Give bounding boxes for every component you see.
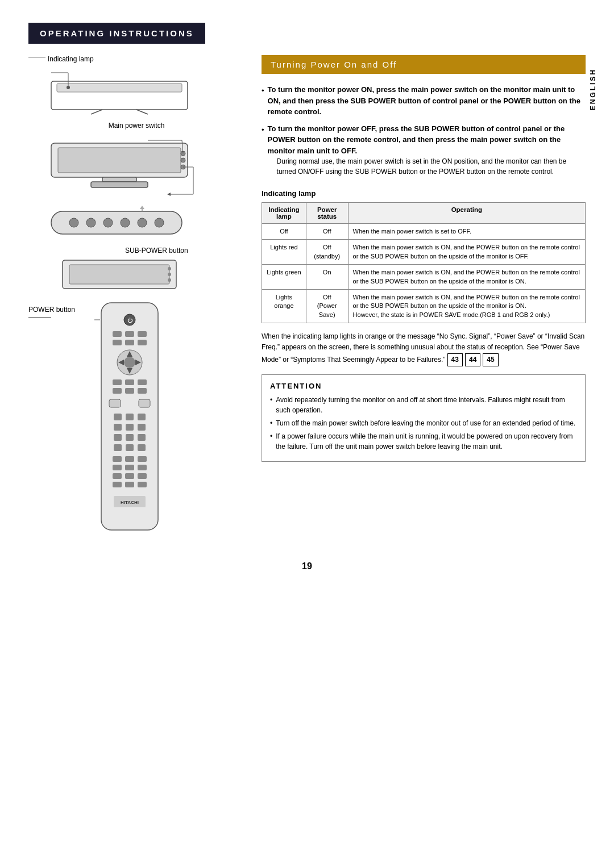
svg-rect-39 — [138, 331, 147, 337]
svg-point-10 — [181, 158, 185, 162]
svg-rect-41 — [125, 340, 134, 345]
bullet-symbol-1: • — [262, 85, 264, 118]
svg-rect-55 — [109, 399, 121, 407]
svg-rect-67 — [126, 444, 134, 451]
page-info-content: When the indicating lamp lights in orang… — [262, 332, 584, 363]
svg-rect-62 — [138, 424, 146, 431]
svg-rect-69 — [113, 456, 122, 462]
page-badge-43: 43 — [447, 353, 463, 366]
svg-rect-37 — [113, 331, 122, 337]
table-row-green: Lights green On When the main power swit… — [262, 265, 586, 290]
remote-diagram-section: POWER button ⏻ — [28, 300, 244, 539]
lamp-green: Lights green — [262, 265, 306, 290]
svg-rect-79 — [125, 482, 134, 487]
bullet-symbol-2: • — [262, 124, 264, 182]
table-header-power: Powerstatus — [306, 203, 348, 224]
svg-rect-64 — [126, 434, 134, 441]
svg-point-33 — [168, 278, 171, 282]
svg-rect-70 — [125, 456, 134, 462]
svg-rect-50 — [125, 379, 134, 385]
svg-rect-72 — [113, 465, 122, 470]
attention-item-2: • Turn off the main power switch before … — [270, 418, 577, 428]
svg-rect-75 — [113, 473, 122, 479]
svg-rect-73 — [125, 465, 134, 470]
svg-marker-28 — [140, 206, 144, 209]
main-power-switch-label: Main power switch — [109, 122, 165, 130]
svg-marker-17 — [167, 193, 171, 196]
svg-rect-68 — [138, 444, 146, 451]
svg-line-2 — [91, 110, 102, 114]
svg-rect-8 — [58, 148, 181, 173]
svg-point-21 — [69, 218, 78, 227]
lamp-orange: Lights orange — [262, 289, 306, 323]
svg-rect-12 — [102, 177, 136, 182]
page-badges: 43 44 45 — [447, 353, 499, 366]
svg-rect-42 — [138, 340, 147, 345]
power-button-diagram-label: POWER button — [28, 306, 75, 314]
lamp-off: Off — [262, 224, 306, 240]
power-off: Off — [306, 224, 348, 240]
svg-rect-53 — [125, 388, 134, 394]
svg-rect-52 — [113, 388, 122, 394]
page-info-text: When the indicating lamp lights in orang… — [262, 331, 586, 366]
svg-point-24 — [121, 218, 130, 227]
top-monitor-diagram: Indicating lamp — [28, 55, 244, 115]
svg-point-26 — [155, 218, 164, 227]
svg-rect-66 — [114, 444, 122, 451]
svg-rect-40 — [113, 340, 122, 345]
svg-point-44 — [124, 357, 135, 368]
bullet-item-1: • To turn the monitor power ON, press th… — [262, 84, 586, 118]
indicating-lamp-label: Indicating lamp — [48, 55, 94, 63]
svg-rect-77 — [138, 473, 147, 479]
svg-rect-57 — [114, 414, 122, 420]
svg-text:⏻: ⏻ — [127, 318, 133, 323]
bullet-section: • To turn the monitor power ON, press th… — [262, 84, 586, 181]
svg-rect-49 — [113, 379, 122, 385]
monitor-below-panel-svg — [28, 254, 210, 294]
svg-rect-30 — [69, 265, 169, 284]
left-column: Indicating lamp Main power switch — [28, 55, 244, 544]
operating-off: When the main power switch is set to OFF… — [348, 224, 585, 240]
side-monitor-svg — [28, 132, 210, 200]
language-label: ENGLISH — [589, 68, 597, 110]
section-title: Turning Power On and Off — [262, 55, 586, 74]
control-panel-svg — [28, 206, 210, 245]
svg-point-22 — [86, 218, 96, 227]
sub-bullet-text: During normal use, the main power switch… — [277, 156, 586, 177]
right-column: Turning Power On and Off • To turn the m… — [262, 55, 586, 544]
bullet-text-2: To turn the monitor power OFF, press the… — [268, 123, 586, 182]
table-header-operating: Operating — [348, 203, 585, 224]
svg-point-31 — [168, 267, 171, 270]
attention-bullet-3: • — [270, 431, 272, 452]
svg-rect-71 — [138, 456, 147, 462]
sub-power-diagram: SUB-POWER button — [28, 206, 244, 294]
table-row-red: Lights red Off(standby) When the main po… — [262, 240, 586, 265]
header-title: OPERATING INSTRUCTIONS — [40, 28, 194, 38]
attention-bullet-2: • — [270, 418, 272, 428]
main-power-switch-diagram: Main power switch — [28, 121, 244, 200]
svg-rect-1 — [57, 84, 182, 92]
bullet-item-2: • To turn the monitor power OFF, press t… — [262, 123, 586, 182]
svg-rect-38 — [125, 331, 134, 337]
power-save: Off(Power Save) — [306, 289, 348, 323]
attention-box: ATTENTION • Avoid repeatedly turning the… — [262, 374, 586, 462]
svg-rect-56 — [139, 399, 150, 407]
svg-rect-13 — [91, 182, 148, 187]
svg-rect-51 — [138, 379, 147, 385]
attention-text-1: Avoid repeatedly turning the monitor on … — [276, 395, 577, 415]
svg-line-3 — [136, 110, 148, 114]
table-row-orange: Lights orange Off(Power Save) When the m… — [262, 289, 586, 323]
attention-item-1: • Avoid repeatedly turning the monitor o… — [270, 395, 577, 415]
svg-rect-58 — [126, 414, 134, 420]
sub-power-label: SUB-POWER button — [125, 247, 188, 254]
svg-rect-74 — [138, 465, 147, 470]
svg-rect-60 — [114, 424, 122, 431]
power-standby: Off(standby) — [306, 240, 348, 265]
svg-rect-78 — [113, 482, 122, 487]
attention-bullet-1: • — [270, 395, 272, 415]
svg-rect-54 — [138, 388, 147, 394]
operating-on: When the main power switch is ON, and th… — [348, 265, 585, 290]
table-header-lamp: Indicatinglamp — [262, 203, 306, 224]
svg-rect-59 — [138, 414, 146, 420]
svg-rect-63 — [114, 434, 122, 441]
